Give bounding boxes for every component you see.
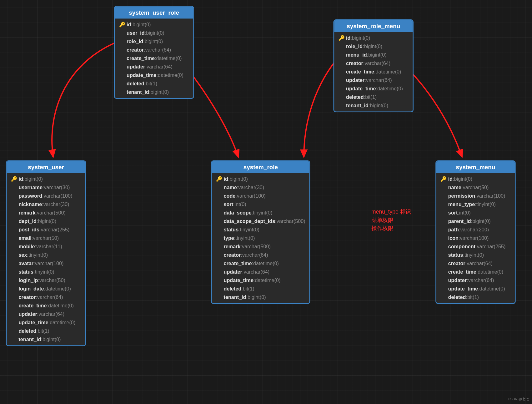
table-system-role[interactable]: system_role 🔑id: bigint(0)name: varchar(… — [211, 160, 310, 304]
table-system-role-menu[interactable]: system_role_menu 🔑id: bigint(0)role_id: … — [334, 19, 414, 112]
table-field[interactable]: updater: varchar(64) — [436, 276, 515, 285]
field-type: varchar(64) — [242, 252, 268, 258]
field-type: tinyint(0) — [464, 252, 484, 258]
table-field[interactable]: remark: varchar(500) — [7, 209, 85, 217]
field-name: mobile — [18, 244, 35, 250]
table-field[interactable]: create_time: datetime(0) — [334, 68, 413, 76]
field-name: data_scope_dept_ids — [224, 218, 275, 224]
table-field[interactable]: tenant_id: bigint(0) — [115, 88, 193, 96]
table-field[interactable]: email: varchar(50) — [7, 234, 85, 242]
field-type: varchar(64) — [467, 260, 493, 266]
table-field[interactable]: 🔑id: bigint(0) — [436, 175, 515, 183]
table-field[interactable]: menu_type: tinyint(0) — [436, 200, 515, 209]
field-name: icon — [448, 235, 459, 241]
table-system-menu[interactable]: system_menu 🔑id: bigint(0)name: varchar(… — [435, 160, 516, 304]
table-field[interactable]: sort: int(0) — [436, 209, 515, 217]
table-field[interactable]: deleted: bit(1) — [7, 327, 85, 335]
field-type: varchar(64) — [364, 60, 390, 66]
table-field[interactable]: login_date: datetime(0) — [7, 285, 85, 293]
table-field[interactable]: tenant_id: bigint(0) — [334, 101, 413, 110]
annotation-menu-type: menu_type 标识 菜单权限 操作权限 — [371, 208, 411, 232]
table-field[interactable]: name: varchar(30) — [212, 183, 309, 192]
table-field[interactable]: post_ids: varchar(255) — [7, 225, 85, 234]
field-type: varchar(64) — [37, 294, 63, 300]
table-field[interactable]: create_time: datetime(0) — [115, 54, 193, 63]
table-field[interactable]: update_time: datetime(0) — [115, 71, 193, 79]
table-field[interactable]: type: tinyint(0) — [212, 234, 309, 242]
table-field[interactable]: status: tinyint(0) — [7, 268, 85, 276]
table-field[interactable]: role_id: bigint(0) — [334, 42, 413, 51]
table-field[interactable]: 🔑id: bigint(0) — [334, 34, 413, 42]
table-field[interactable]: updater: varchar(64) — [7, 310, 85, 318]
table-fields: 🔑id: bigint(0)username: varchar(30)passw… — [7, 173, 85, 346]
table-field[interactable]: updater: varchar(64) — [334, 76, 413, 84]
table-field[interactable]: deleted: bit(1) — [115, 79, 193, 88]
table-field[interactable]: 🔑id: bigint(0) — [115, 20, 193, 29]
table-field[interactable]: login_ip: varchar(50) — [7, 276, 85, 285]
table-field[interactable]: 🔑id: bigint(0) — [212, 175, 309, 183]
table-field[interactable]: user_id: bigint(0) — [115, 29, 193, 37]
table-field[interactable]: create_time: datetime(0) — [7, 301, 85, 310]
table-field[interactable]: code: varchar(100) — [212, 192, 309, 200]
field-type: varchar(30) — [238, 184, 264, 190]
table-field[interactable]: creator: varchar(64) — [212, 251, 309, 259]
primary-key-icon: 🔑 — [119, 22, 127, 28]
table-field[interactable]: status: tinyint(0) — [436, 251, 515, 259]
table-fields: 🔑id: bigint(0)name: varchar(30)code: var… — [212, 173, 309, 303]
table-field[interactable]: avatar: varchar(100) — [7, 259, 85, 268]
table-field[interactable]: deleted: bit(1) — [334, 93, 413, 101]
table-field[interactable]: update_time: datetime(0) — [212, 276, 309, 285]
table-field[interactable]: status: tinyint(0) — [212, 225, 309, 234]
table-field[interactable]: create_time: datetime(0) — [436, 268, 515, 276]
field-type: datetime(0) — [48, 303, 74, 309]
field-type: varchar(64) — [145, 47, 171, 53]
field-name: tenant_id — [224, 294, 246, 300]
table-field[interactable]: permission: varchar(100) — [436, 192, 515, 200]
table-field[interactable]: sex: tinyint(0) — [7, 251, 85, 259]
table-field[interactable]: update_time: datetime(0) — [436, 285, 515, 293]
table-field[interactable]: menu_id: bigint(0) — [334, 51, 413, 59]
field-name: creator — [448, 260, 465, 266]
table-field[interactable]: path: varchar(200) — [436, 225, 515, 234]
table-field[interactable]: deleted: bit(1) — [436, 293, 515, 301]
table-system-user[interactable]: system_user 🔑id: bigint(0)username: varc… — [6, 160, 86, 346]
table-header: system_user_role — [115, 7, 193, 19]
table-field[interactable]: tenant_id: bigint(0) — [7, 335, 85, 344]
field-type: varchar(100) — [477, 193, 505, 199]
field-name: user_id — [127, 30, 145, 36]
table-field[interactable]: component: varchar(255) — [436, 242, 515, 251]
table-field[interactable]: creator: varchar(64) — [115, 46, 193, 54]
table-field[interactable]: creator: varchar(64) — [436, 259, 515, 268]
table-field[interactable]: mobile: varchar(11) — [7, 242, 85, 251]
table-field[interactable]: data_scope: tinyint(0) — [212, 209, 309, 217]
table-field[interactable]: update_time: datetime(0) — [7, 318, 85, 327]
table-field[interactable]: updater: varchar(64) — [212, 268, 309, 276]
field-type: varchar(200) — [460, 227, 489, 233]
table-field[interactable]: nickname: varchar(30) — [7, 200, 85, 209]
table-field[interactable]: 🔑id: bigint(0) — [7, 175, 85, 183]
table-field[interactable]: password: varchar(100) — [7, 192, 85, 200]
table-field[interactable]: username: varchar(30) — [7, 183, 85, 192]
table-field[interactable]: create_time: datetime(0) — [212, 259, 309, 268]
table-field[interactable]: dept_id: bigint(0) — [7, 217, 85, 225]
table-field[interactable]: deleted: bit(1) — [212, 285, 309, 293]
field-name: login_date — [18, 286, 44, 292]
field-name: id — [346, 35, 350, 41]
table-field[interactable]: role_id: bigint(0) — [115, 37, 193, 46]
table-field[interactable]: tenant_id: bigint(0) — [212, 293, 309, 301]
table-field[interactable]: updater: varchar(64) — [115, 63, 193, 71]
table-field[interactable]: remark: varchar(500) — [212, 242, 309, 251]
table-field[interactable]: name: varchar(50) — [436, 183, 515, 192]
table-field[interactable]: icon: varchar(100) — [436, 234, 515, 242]
field-name: create_time — [448, 269, 476, 275]
table-field[interactable]: creator: varchar(64) — [334, 59, 413, 68]
table-field[interactable]: data_scope_dept_ids: varchar(500) — [212, 217, 309, 225]
primary-key-icon: 🔑 — [216, 176, 223, 182]
table-system-user-role[interactable]: system_user_role 🔑id: bigint(0)user_id: … — [114, 6, 194, 99]
table-field[interactable]: update_time: datetime(0) — [334, 84, 413, 93]
table-field[interactable]: creator: varchar(64) — [7, 293, 85, 301]
table-field[interactable]: parent_id: bigint(0) — [436, 217, 515, 225]
table-field[interactable]: sort: int(0) — [212, 200, 309, 209]
key-icon: 🔑 — [11, 176, 17, 182]
table-fields: 🔑id: bigint(0)role_id: bigint(0)menu_id:… — [334, 32, 413, 112]
